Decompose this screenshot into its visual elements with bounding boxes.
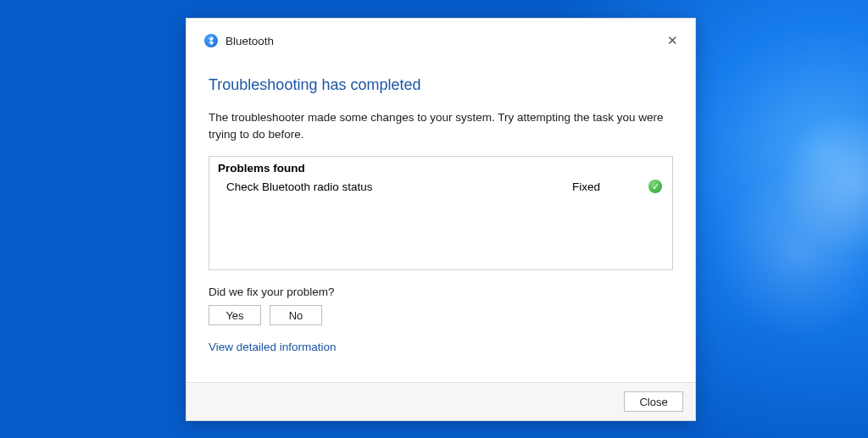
dialog-footer: Close xyxy=(186,382,695,420)
yes-button[interactable]: Yes xyxy=(209,305,261,325)
close-icon[interactable]: ✕ xyxy=(659,30,685,51)
bluetooth-icon xyxy=(204,34,218,47)
problem-status: Fixed xyxy=(572,180,648,193)
problems-header: Problems found xyxy=(218,162,664,175)
problems-found-box: Problems found Check Bluetooth radio sta… xyxy=(209,156,673,270)
view-detailed-link[interactable]: View detailed information xyxy=(209,341,673,353)
problem-row: Check Bluetooth radio status Fixed ✓ xyxy=(218,180,664,193)
headline: Troubleshooting has completed xyxy=(209,76,673,94)
no-button[interactable]: No xyxy=(270,305,322,325)
title-left: Bluetooth xyxy=(204,34,274,47)
subtext: The troubleshooter made some changes to … xyxy=(209,109,673,142)
dialog-content: Troubleshooting has completed The troubl… xyxy=(186,53,695,382)
feedback-buttons: Yes No xyxy=(209,305,673,325)
troubleshooter-dialog: Bluetooth ✕ Troubleshooting has complete… xyxy=(186,18,696,421)
dialog-titlebar: Bluetooth ✕ xyxy=(186,19,695,53)
problem-name: Check Bluetooth radio status xyxy=(226,180,572,193)
close-button[interactable]: Close xyxy=(624,391,683,412)
dialog-title: Bluetooth xyxy=(225,35,274,47)
checkmark-icon: ✓ xyxy=(648,180,662,193)
feedback-question: Did we fix your problem? xyxy=(209,286,673,298)
